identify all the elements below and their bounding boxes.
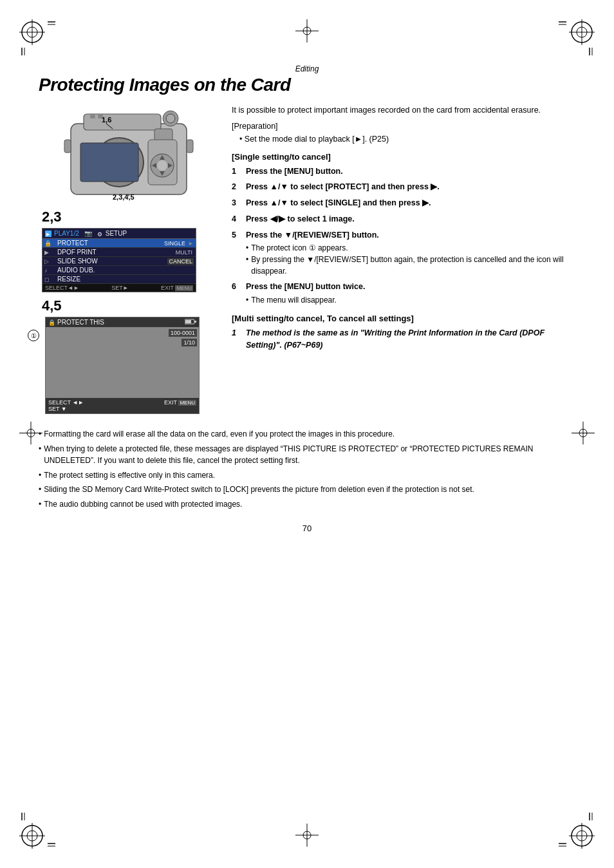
- svg-text:2,3,4,5: 2,3,4,5: [113, 193, 135, 201]
- step-num-5: 5: [232, 229, 241, 278]
- slideshow-label: SLIDE SHOW: [57, 258, 167, 265]
- note-bullet-4: •: [39, 484, 41, 496]
- protect-header-label: PROTECT THIS: [57, 319, 104, 326]
- step-5-bullets: The protect icon ① appears. By pressing …: [246, 242, 575, 277]
- step-item-4: 4 Press ◀/▶ to select 1 image.: [232, 213, 575, 225]
- corner-decoration-br: [556, 810, 595, 849]
- steps-list: 1 Press the [MENU] button. 2 Press ▲/▼ t…: [232, 165, 575, 307]
- dpof-label: DPOF PRINT: [57, 249, 174, 256]
- menu-header-setup: ⚙ SETUP: [97, 230, 127, 237]
- step-text-3: Press ▲/▼ to select [SINGLE] and then pr…: [246, 198, 431, 207]
- protect-footer-exit: EXIT MENU: [164, 399, 196, 412]
- step-num-3: 3: [232, 197, 241, 209]
- main-layout: 1,6 2,3,4,5 2,3 ▶ PLAY1/2: [39, 104, 575, 414]
- step-5-bullet-1: The protect icon ① appears.: [246, 242, 575, 254]
- resize-icon: ◻: [44, 276, 57, 283]
- protect-body: 100-0001 1/10: [46, 327, 199, 398]
- note-bullet-1: •: [39, 428, 41, 440]
- menu-screen: ▶ PLAY1/2 📷 ⚙ SETUP 🔒 PROTECT SINGLE: [42, 228, 196, 292]
- menu-footer-exit: EXIT MENU: [161, 285, 193, 291]
- note-item-1: • Formatting the card will erase all the…: [39, 428, 575, 440]
- menu-header-play: ▶ PLAY1/2: [45, 230, 79, 237]
- svg-text:⚙: ⚙: [97, 231, 102, 237]
- step-item-3: 3 Press ▲/▼ to select [SINGLE] and then …: [232, 197, 575, 209]
- step-5-bullet-2: By pressing the ▼/[REVIEW/SET] button ag…: [246, 254, 575, 277]
- multi-section: [Multi setting/to cancel, To cancel all …: [232, 314, 575, 352]
- camera-image: 1,6 2,3,4,5: [39, 104, 219, 206]
- svg-rect-74: [194, 321, 196, 323]
- corner-decoration-bl: [19, 810, 58, 849]
- single-section-header: [Single setting/to cancel]: [232, 152, 575, 162]
- intro-text: It is possible to protect important imag…: [232, 104, 575, 117]
- step-text-1: Press the [MENU] button.: [246, 167, 343, 176]
- note-item-4: • Sliding the SD Memory Card Write-Prote…: [39, 484, 575, 496]
- step-6-bullets: The menu will disappear.: [246, 294, 575, 306]
- menu-header: ▶ PLAY1/2 📷 ⚙ SETUP: [42, 229, 196, 239]
- note-item-3: • The protect setting is effective only …: [39, 469, 575, 482]
- protect-screen-wrapper: ① 🔒 PROTECT THIS 100-0001 1/10: [42, 317, 219, 414]
- menu-row-dpof: ▶ DPOF PRINT MULTI: [42, 248, 196, 257]
- step-item-2: 2 Press ▲/▼ to select [PROTECT] and then…: [232, 181, 575, 193]
- step-num-6: 6: [232, 281, 241, 306]
- step-text-4: Press ◀/▶ to select 1 image.: [246, 214, 355, 223]
- protect-header-battery: [185, 319, 196, 326]
- note-item-5: • The audio dubbing cannot be used with …: [39, 498, 575, 511]
- menu-footer: SELECT◄► SET► EXIT MENU: [42, 284, 196, 292]
- resize-label: RESIZE: [57, 276, 194, 283]
- step-content-3: Press ▲/▼ to select [SINGLE] and then pr…: [246, 197, 575, 209]
- menu-play-label: PLAY1/2: [54, 230, 79, 237]
- menu-row-resize: ◻ RESIZE: [42, 275, 196, 284]
- step-item-6: 6 Press the [MENU] button twice. The men…: [232, 281, 575, 306]
- circle-annotation-1: ①: [28, 330, 39, 341]
- menu-setup-label: SETUP: [106, 230, 127, 237]
- note-text-3: The protect setting is effective only in…: [44, 469, 215, 482]
- multi-step-content-1: The method is the same as in "Writing th…: [246, 327, 575, 352]
- note-text-2: When trying to delete a protected file, …: [44, 443, 575, 467]
- protect-options: SINGLE ►: [163, 240, 194, 247]
- multi-step-1: 1 The method is the same as in "Writing …: [232, 327, 575, 352]
- menu-icon-separator: 📷: [84, 230, 92, 237]
- svg-rect-54: [90, 115, 95, 118]
- step-text-2: Press ▲/▼ to select [PROTECT] and then p…: [246, 182, 440, 191]
- page-number: 70: [39, 524, 575, 533]
- editing-label: Editing: [39, 64, 575, 73]
- note-item-2: • When trying to delete a protected file…: [39, 443, 575, 467]
- note-bullet-5: •: [39, 498, 41, 511]
- notes-section: • Formatting the card will erase all the…: [39, 428, 575, 511]
- single-option: SINGLE: [163, 240, 187, 247]
- step-content-1: Press the [MENU] button.: [246, 165, 575, 178]
- note-text-4: Sliding the SD Memory Card Write-Protect…: [44, 484, 474, 496]
- svg-text:1,6: 1,6: [102, 116, 111, 124]
- crosshair-bottom: [295, 824, 319, 849]
- svg-rect-75: [185, 320, 191, 323]
- multi-section-header: [Multi setting/to cancel, To cancel all …: [232, 314, 575, 323]
- prep-label: [Preparation]: [232, 122, 575, 131]
- multi-step-text-1: The method is the same as in "Writing th…: [246, 328, 544, 350]
- protect-page-info: 1/10: [181, 339, 197, 346]
- slideshow-options: CANCEL: [167, 258, 194, 265]
- step-content-5: Press the ▼/[REVIEW/SET] button. The pro…: [246, 229, 575, 278]
- audiodub-icon: ♪: [44, 267, 57, 274]
- menu-row-protect: 🔒 PROTECT SINGLE ►: [42, 239, 196, 248]
- prep-bullet: • Set the mode dial to playback [►]. (P2…: [239, 133, 575, 146]
- svg-rect-64: [64, 140, 71, 153]
- menu-row-audiodub: ♪ AUDIO DUB.: [42, 266, 196, 275]
- dpof-icon: ▶: [44, 249, 57, 256]
- multi-step-num-1: 1: [232, 327, 241, 352]
- svg-rect-51: [154, 129, 172, 140]
- step-label-23: 2,3: [42, 209, 219, 225]
- cancel-option: CANCEL: [167, 258, 194, 265]
- svg-rect-65: [187, 140, 193, 153]
- menu-footer-set: SET►: [111, 285, 128, 291]
- corner-decoration-tr: [556, 19, 595, 58]
- page-title: Protecting Images on the Card: [39, 75, 575, 95]
- step-item-5: 5 Press the ▼/[REVIEW/SET] button. The p…: [232, 229, 575, 278]
- step-item-1: 1 Press the [MENU] button.: [232, 165, 575, 178]
- step-content-6: Press the [MENU] button twice. The menu …: [246, 281, 575, 306]
- crosshair-top: [295, 19, 319, 44]
- protect-footer-set: SET ▼: [48, 406, 84, 412]
- step-content-4: Press ◀/▶ to select 1 image.: [246, 213, 575, 225]
- dpof-options: MULTI: [174, 249, 194, 256]
- step-content-2: Press ▲/▼ to select [PROTECT] and then p…: [246, 181, 575, 193]
- step-label-45: 4,5: [42, 297, 219, 314]
